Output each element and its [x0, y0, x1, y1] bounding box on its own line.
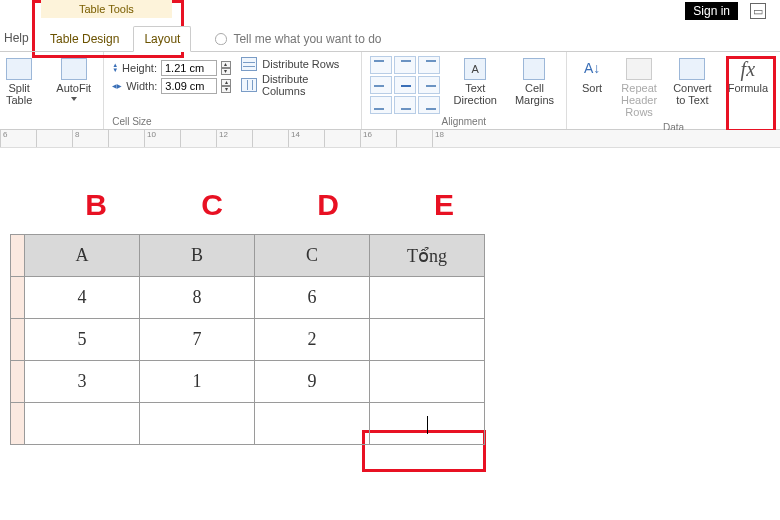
group-cell-size: ▲▼ Height: ▴▾ ◀▶ Width: ▴▾ Distribute Ro… — [104, 52, 361, 129]
tab-help[interactable]: Help — [0, 31, 29, 45]
group-alignment: A Text Direction Cell Margins Alignment — [362, 52, 568, 129]
table-row: 4 8 6 — [11, 277, 485, 319]
split-table-icon — [6, 58, 32, 80]
align-bottom-center[interactable] — [394, 96, 416, 114]
split-table-button[interactable]: Split Table — [2, 56, 36, 108]
cell-size-group-label: Cell Size — [112, 114, 352, 129]
formula-button[interactable]: fx Formula — [724, 56, 772, 120]
title-bar: Table Tools Sign in ▭ — [0, 0, 780, 22]
tab-layout[interactable]: Layout — [133, 26, 191, 52]
table-tools-label: Table Tools — [41, 0, 172, 18]
table-row — [11, 403, 485, 445]
col-width-control[interactable]: ◀▶ Width: ▴▾ — [112, 78, 231, 94]
width-arrows-icon: ◀▶ — [112, 84, 122, 89]
chevron-down-icon — [71, 97, 77, 101]
alignment-group-label: Alignment — [442, 114, 486, 129]
distribute-columns-icon — [241, 78, 257, 92]
header-a[interactable]: A — [25, 235, 140, 277]
align-middle-left[interactable] — [370, 76, 392, 94]
table-row: 3 1 9 — [11, 361, 485, 403]
document-area[interactable]: B C D E A B C Tổng 4 8 6 5 7 2 3 — [0, 148, 780, 445]
align-top-center[interactable] — [394, 56, 416, 74]
table-header-row: A B C Tổng — [11, 235, 485, 277]
row-handle[interactable] — [11, 319, 25, 361]
width-spinner[interactable]: ▴▾ — [221, 79, 231, 93]
header-c[interactable]: C — [255, 235, 370, 277]
horizontal-ruler[interactable]: 681012141618 — [0, 130, 780, 148]
row-handle[interactable] — [11, 235, 25, 277]
formula-icon: fx — [735, 58, 761, 80]
height-arrows-icon: ▲▼ — [112, 63, 118, 73]
width-input[interactable] — [161, 78, 217, 94]
word-table[interactable]: A B C Tổng 4 8 6 5 7 2 3 1 9 — [10, 234, 485, 445]
alignment-grid — [370, 56, 440, 114]
sign-in-button[interactable]: Sign in — [685, 2, 738, 20]
text-direction-button[interactable]: A Text Direction — [450, 56, 501, 108]
height-input[interactable] — [161, 60, 217, 76]
sort-button[interactable]: A↓ Sort — [575, 56, 609, 120]
text-direction-icon: A — [464, 58, 486, 80]
ribbon: Split Table AutoFit ▲▼ Height: ▴▾ ◀▶ Wid… — [0, 52, 780, 130]
tab-row: Help Table Design Layout Tell me what yo… — [0, 22, 780, 52]
cell-margins-icon — [523, 58, 545, 80]
text-cursor — [427, 416, 428, 434]
group-data: A↓ Sort Repeat Header Rows Convert to Te… — [567, 52, 780, 129]
repeat-header-icon — [626, 58, 652, 80]
distribute-rows-icon — [241, 57, 257, 71]
group-autofit: AutoFit — [44, 52, 104, 129]
convert-to-text-button[interactable]: Convert to Text — [669, 56, 716, 120]
group-split: Split Table — [0, 52, 44, 129]
row-handle[interactable] — [11, 361, 25, 403]
cell-margins-button[interactable]: Cell Margins — [511, 56, 558, 108]
align-middle-center[interactable] — [394, 76, 416, 94]
align-top-right[interactable] — [418, 56, 440, 74]
align-top-left[interactable] — [370, 56, 392, 74]
align-middle-right[interactable] — [418, 76, 440, 94]
lightbulb-icon — [215, 33, 227, 45]
align-bottom-right[interactable] — [418, 96, 440, 114]
row-height-control[interactable]: ▲▼ Height: ▴▾ — [112, 60, 231, 76]
autofit-button[interactable]: AutoFit — [52, 56, 95, 103]
tab-table-design[interactable]: Table Design — [40, 27, 129, 51]
convert-to-text-icon — [679, 58, 705, 80]
tell-me-search[interactable]: Tell me what you want to do — [215, 32, 381, 51]
window-restore-icon[interactable]: ▭ — [750, 3, 766, 19]
header-tong[interactable]: Tổng — [370, 235, 485, 277]
align-bottom-left[interactable] — [370, 96, 392, 114]
repeat-header-rows-button: Repeat Header Rows — [617, 56, 661, 120]
distribute-columns-button[interactable]: Distribute Columns — [241, 72, 352, 98]
contextual-tab-region: Table Tools — [35, 0, 178, 18]
height-spinner[interactable]: ▴▾ — [221, 61, 231, 75]
table-row: 5 7 2 — [11, 319, 485, 361]
autofit-icon — [61, 58, 87, 80]
header-b[interactable]: B — [140, 235, 255, 277]
tell-me-placeholder: Tell me what you want to do — [233, 32, 381, 46]
row-handle[interactable] — [11, 403, 25, 445]
active-cell[interactable] — [370, 403, 485, 445]
sort-icon: A↓ — [579, 58, 605, 80]
column-letter-overlay: B C D E — [10, 188, 780, 222]
distribute-rows-button[interactable]: Distribute Rows — [241, 56, 352, 72]
row-handle[interactable] — [11, 277, 25, 319]
